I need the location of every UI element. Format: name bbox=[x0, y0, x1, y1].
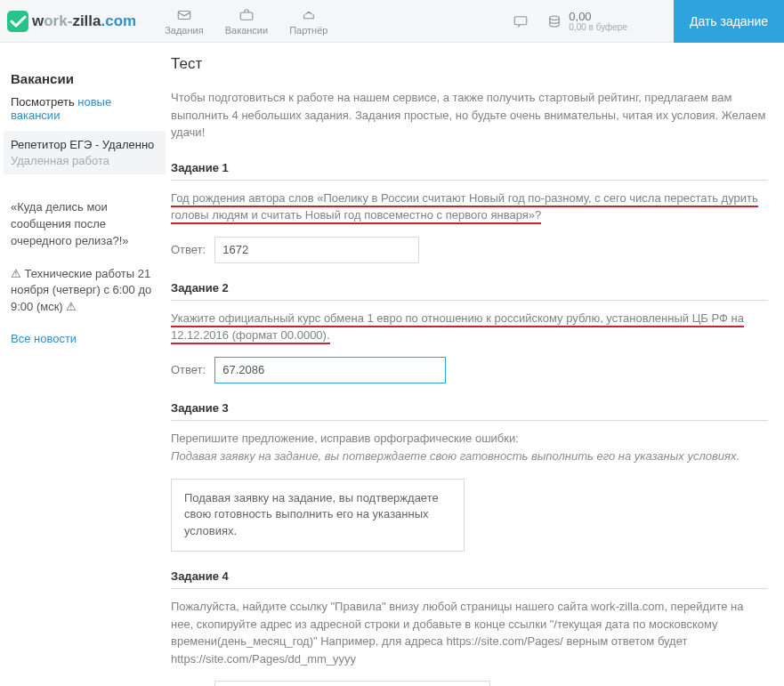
create-task-button[interactable]: Дать задание bbox=[674, 0, 784, 43]
answer-textarea-3[interactable]: Подавая заявку на задание, вы подтвержда… bbox=[171, 479, 465, 553]
nav-label: Задания bbox=[165, 25, 203, 36]
sidebar-news: «Куда делись мои сообщения после очередн… bbox=[11, 199, 158, 316]
intro-text: Чтобы подготовиться к работе на нашем се… bbox=[171, 89, 768, 141]
answer-label: Ответ: bbox=[171, 363, 206, 376]
vacancies-heading: Вакансии bbox=[11, 71, 158, 86]
view-label: Посмотреть bbox=[11, 95, 75, 109]
logo[interactable]: work-zilla.com bbox=[7, 11, 136, 32]
header: work-zilla.com Задания Вакансии Партнёр … bbox=[0, 0, 784, 43]
balance[interactable]: 0,00 0,00 в буфере bbox=[546, 11, 627, 32]
answer-label: Ответ: bbox=[171, 243, 206, 256]
nav-label: Вакансии bbox=[225, 25, 269, 36]
avatar[interactable] bbox=[643, 10, 667, 33]
task-question: Год рождения автора слов «Поелику в Росс… bbox=[171, 191, 758, 225]
answer-input-1[interactable] bbox=[214, 237, 419, 263]
task-1: Задание 1 Год рождения автора слов «Поел… bbox=[171, 161, 768, 263]
coins-icon bbox=[546, 13, 563, 29]
all-news-link[interactable]: Все новости bbox=[11, 332, 158, 345]
briefcase-icon bbox=[238, 7, 255, 23]
task-3: Задание 3 Перепишите предложение, исправ… bbox=[171, 401, 768, 553]
check-icon bbox=[7, 11, 28, 32]
task-question: Пожалуйста, найдите ссылку "Правила" вни… bbox=[171, 598, 768, 668]
news-item[interactable]: ⚠ Технические работы 21 ноября (четверг)… bbox=[11, 266, 158, 317]
header-right: 0,00 0,00 в буфере bbox=[512, 10, 667, 33]
task-title: Задание 4 bbox=[171, 569, 768, 589]
task-question: Укажите официальный курс обмена 1 евро п… bbox=[171, 311, 744, 345]
balance-buffer: 0,00 в буфере bbox=[569, 22, 627, 32]
vacancy-subtitle: Удаленная работа bbox=[11, 154, 158, 167]
nav-partner[interactable]: Партнёр bbox=[289, 7, 327, 36]
task-title: Задание 1 bbox=[171, 161, 768, 181]
envelope-check-icon bbox=[175, 7, 193, 23]
main-content: Тест Чтобы подготовиться к работе на наш… bbox=[166, 43, 784, 686]
top-nav: Задания Вакансии Партнёр bbox=[165, 7, 327, 36]
nav-label: Партнёр bbox=[289, 25, 327, 36]
task-sample: Подавая заявку на задание, вы потверждае… bbox=[171, 448, 768, 466]
logo-text: work-zilla.com bbox=[32, 12, 136, 30]
answer-input-4[interactable] bbox=[214, 681, 490, 686]
answer-input-2[interactable] bbox=[214, 357, 446, 383]
nav-tasks[interactable]: Задания bbox=[165, 7, 203, 36]
handshake-icon bbox=[300, 7, 318, 23]
svg-rect-0 bbox=[178, 11, 190, 19]
svg-point-3 bbox=[550, 16, 560, 20]
news-item[interactable]: «Куда делись мои сообщения после очередн… bbox=[11, 199, 158, 250]
chat-icon[interactable] bbox=[512, 13, 529, 29]
nav-vacancies[interactable]: Вакансии bbox=[225, 7, 269, 36]
vacancy-title: Репетитор ЕГЭ - Удаленно bbox=[11, 138, 158, 151]
task-title: Задание 3 bbox=[171, 401, 768, 421]
sidebar: Вакансии Посмотреть новые вакансии Репет… bbox=[0, 43, 166, 686]
svg-rect-1 bbox=[240, 12, 253, 20]
svg-rect-2 bbox=[515, 16, 528, 24]
view-vacancies-row: Посмотреть новые вакансии bbox=[11, 95, 158, 122]
task-title: Задание 2 bbox=[171, 281, 768, 301]
sidebar-active-vacancy[interactable]: Репетитор ЕГЭ - Удаленно Удаленная работ… bbox=[4, 131, 166, 174]
task-4: Задание 4 Пожалуйста, найдите ссылку "Пр… bbox=[171, 569, 768, 686]
page-title: Тест bbox=[171, 55, 768, 73]
task-2: Задание 2 Укажите официальный курс обмен… bbox=[171, 281, 768, 383]
task-question: Перепишите предложение, исправив орфогра… bbox=[171, 430, 768, 448]
balance-amount: 0,00 bbox=[569, 11, 627, 22]
